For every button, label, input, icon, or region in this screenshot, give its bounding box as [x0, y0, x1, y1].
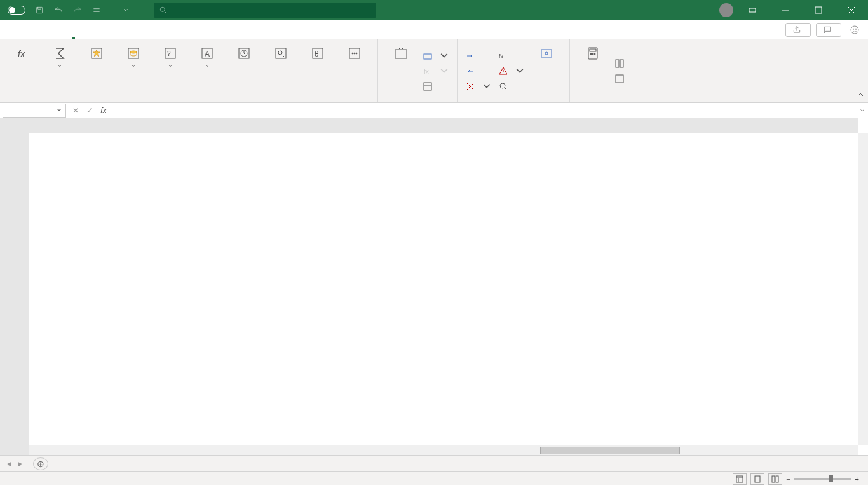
undo-icon[interactable] — [51, 3, 66, 18]
cancel-formula-icon[interactable]: ✕ — [70, 106, 81, 115]
group-function-library: fx ? A θ — [0, 39, 378, 102]
svg-rect-46 — [590, 49, 596, 51]
vertical-scrollbar[interactable] — [858, 133, 868, 445]
svg-point-31 — [356, 53, 357, 54]
text-button[interactable]: A — [189, 42, 225, 100]
svg-point-3 — [160, 7, 165, 11]
zoom-out-button[interactable]: − — [786, 475, 790, 483]
fx-icon[interactable]: fx — [98, 106, 109, 115]
svg-text:fx: fx — [499, 53, 504, 60]
svg-point-16 — [130, 51, 137, 53]
autosum-button[interactable] — [42, 42, 78, 100]
svg-rect-58 — [776, 476, 778, 482]
calculate-now-button[interactable] — [612, 57, 630, 71]
trace-precedents-button[interactable] — [463, 49, 494, 63]
create-from-selection-button[interactable] — [420, 79, 452, 93]
svg-rect-56 — [755, 476, 760, 482]
avatar[interactable] — [719, 3, 733, 17]
formula-bar: ✕ ✓ fx — [0, 103, 868, 118]
logical-button[interactable]: ? — [153, 42, 188, 100]
normal-view-icon[interactable] — [733, 473, 747, 485]
minimize-icon[interactable] — [771, 0, 799, 20]
svg-point-44 — [545, 52, 548, 55]
title-bar — [0, 0, 868, 20]
ribbon: fx ? A θ fx — [0, 39, 868, 103]
name-box[interactable] — [3, 104, 66, 118]
sheet-nav[interactable]: ◄► — [0, 459, 29, 468]
calculation-options-button[interactable] — [575, 42, 611, 100]
svg-point-10 — [851, 26, 858, 34]
comments-button[interactable] — [816, 23, 841, 37]
svg-point-41 — [500, 83, 505, 88]
calculate-sheet-button[interactable] — [612, 72, 630, 86]
feedback-icon[interactable] — [846, 22, 863, 38]
svg-rect-23 — [276, 48, 286, 58]
tab-file[interactable] — [5, 20, 20, 39]
recently-used-button[interactable] — [79, 42, 114, 100]
tab-help[interactable] — [127, 20, 142, 39]
math-trig-button[interactable]: θ — [300, 42, 336, 100]
page-layout-view-icon[interactable] — [750, 473, 764, 485]
lookup-reference-button[interactable] — [263, 42, 299, 100]
tab-review[interactable] — [97, 20, 112, 39]
spreadsheet-grid — [0, 118, 868, 455]
close-icon[interactable] — [837, 0, 865, 20]
zoom-slider[interactable] — [794, 478, 851, 480]
name-manager-button[interactable] — [383, 42, 419, 100]
svg-rect-43 — [541, 50, 552, 57]
define-name-button[interactable] — [420, 49, 452, 63]
trace-dependents-button[interactable] — [463, 64, 494, 78]
autosave-toggle[interactable] — [5, 6, 28, 15]
expand-formula-bar-icon[interactable] — [857, 108, 868, 113]
tab-data[interactable] — [81, 20, 97, 39]
document-title[interactable] — [121, 8, 128, 13]
financial-button[interactable] — [116, 42, 151, 100]
show-formulas-button[interactable]: fx — [496, 49, 527, 63]
date-time-button[interactable] — [226, 42, 262, 100]
svg-point-11 — [853, 29, 853, 29]
svg-text:A: A — [205, 50, 210, 58]
tab-view[interactable] — [112, 20, 127, 39]
search-icon — [159, 6, 168, 15]
insert-function-button[interactable]: fx — [5, 42, 41, 100]
use-in-formula-button[interactable]: fx — [420, 64, 452, 78]
select-all-corner[interactable] — [0, 118, 29, 133]
error-checking-button[interactable] — [496, 64, 527, 78]
enter-formula-icon[interactable]: ✓ — [84, 106, 95, 115]
collapse-ribbon-icon[interactable] — [857, 91, 864, 100]
redo-icon[interactable] — [70, 3, 85, 18]
maximize-icon[interactable] — [804, 0, 832, 20]
svg-rect-7 — [815, 7, 822, 13]
svg-point-49 — [594, 53, 595, 55]
svg-rect-5 — [749, 8, 756, 12]
tab-page-layout[interactable] — [51, 20, 66, 39]
svg-rect-32 — [395, 50, 407, 58]
more-functions-button[interactable] — [337, 42, 372, 100]
formula-input[interactable] — [113, 104, 857, 118]
svg-rect-51 — [620, 60, 623, 67]
page-break-view-icon[interactable] — [768, 473, 782, 485]
share-button[interactable] — [785, 23, 811, 37]
remove-arrows-button[interactable] — [463, 79, 494, 93]
svg-rect-52 — [616, 75, 623, 83]
tab-formulas[interactable] — [66, 20, 81, 39]
add-sheet-button[interactable]: ⊕ — [33, 458, 48, 470]
svg-rect-0 — [36, 7, 42, 13]
zoom-in-button[interactable]: + — [855, 475, 859, 483]
watch-window-button[interactable] — [529, 42, 564, 100]
svg-text:?: ? — [167, 50, 171, 57]
svg-rect-50 — [616, 60, 619, 67]
save-icon[interactable] — [32, 3, 47, 18]
tab-insert[interactable] — [36, 20, 51, 39]
svg-rect-33 — [424, 54, 431, 59]
svg-point-12 — [855, 29, 856, 29]
search-input[interactable] — [154, 3, 376, 18]
customize-qat-icon[interactable] — [89, 3, 104, 18]
sheet-tab-bar: ◄► ⊕ — [0, 455, 868, 471]
evaluate-formula-button[interactable] — [496, 79, 527, 93]
horizontal-scrollbar[interactable] — [527, 445, 858, 456]
svg-point-47 — [590, 53, 592, 55]
menu-tabs — [0, 20, 868, 39]
ribbon-display-icon[interactable] — [738, 0, 766, 20]
tab-home[interactable] — [20, 20, 36, 39]
